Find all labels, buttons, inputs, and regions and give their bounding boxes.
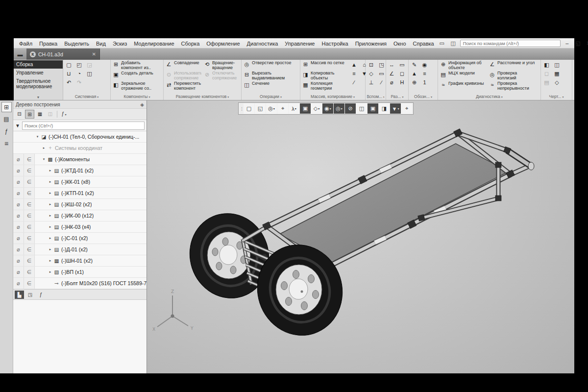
appearance-button[interactable]: ◨: [379, 103, 390, 114]
tree-composition-view[interactable]: ⊞: [25, 110, 34, 119]
array-extra-1-icon[interactable]: ▲: [350, 61, 358, 69]
zoom-button[interactable]: ◎▾: [266, 103, 277, 114]
mode-сборка[interactable]: Сборка: [14, 60, 63, 69]
include-toggle[interactable]: ∈: [24, 199, 35, 210]
visibility-toggle[interactable]: ⌀: [13, 199, 24, 210]
new-document-icon[interactable]: ▢: [65, 61, 73, 69]
expand-arrow[interactable]: ▸: [48, 214, 53, 218]
tree-row-6[interactable]: ⌀∈▸▤(-)КТП-01 (х2): [13, 188, 147, 199]
mirror-components[interactable]: ◧Зеркальное отражение со..: [112, 81, 160, 91]
visibility-toggle[interactable]: ⌀: [13, 221, 24, 232]
drawing-4-icon[interactable]: ◫: [553, 61, 561, 69]
mode-управление[interactable]: Управление: [14, 69, 63, 77]
isolate-button[interactable]: ▣: [368, 103, 378, 114]
menu-item-6[interactable]: Моделирование: [130, 40, 177, 48]
include-toggle[interactable]: ∈: [24, 210, 35, 221]
include-toggle[interactable]: ∈: [24, 244, 35, 255]
tree-row-12[interactable]: ⌀∈▸▦(-)ШН-01 (х2): [13, 255, 147, 267]
screen-mode-icon[interactable]: ◫: [449, 40, 458, 47]
tree-search-input[interactable]: [22, 122, 145, 130]
tree-row-2[interactable]: ▸＋Системы координат: [13, 143, 147, 154]
open-document-icon[interactable]: ◰: [75, 61, 83, 69]
filter-button[interactable]: ▼▾: [390, 103, 401, 114]
menu-item-11[interactable]: Настройка: [318, 40, 351, 48]
cut-extrude[interactable]: ⊟Вырезать выдавливанием: [243, 71, 297, 81]
layout-icon[interactable]: ▭: [438, 40, 446, 47]
dim-box-icon[interactable]: ◻: [398, 70, 406, 78]
continuity-check[interactable]: ≈Проверка непрерывности: [489, 81, 536, 91]
tree-row-10[interactable]: ⌀∈▸▤(-)С-01 (х2): [13, 233, 147, 244]
section[interactable]: ◫Сечение: [243, 81, 297, 91]
tree-relations[interactable]: ƒ ▾: [59, 110, 69, 119]
tree-sections-view[interactable]: ◫: [46, 110, 55, 119]
section-view-button[interactable]: ◫: [356, 103, 367, 114]
expand-arrow[interactable]: ▸: [48, 247, 53, 251]
include-toggle[interactable]: ∈: [24, 221, 35, 232]
expand-arrow[interactable]: ▸: [48, 236, 53, 240]
tree-bottom-sections[interactable]: ◳: [25, 291, 35, 299]
tree-row-3[interactable]: ⌀∈▾▩(-)Компоненты: [13, 154, 147, 165]
position-mark-icon[interactable]: ⊕: [410, 78, 418, 87]
move-component[interactable]: ⇄Переместить компонент: [165, 81, 201, 91]
design-tree-tab[interactable]: ⊞: [1, 102, 12, 112]
orientation-button[interactable]: ◇▾: [311, 103, 322, 114]
undo-icon[interactable]: ↶: [65, 78, 73, 87]
expand-arrow[interactable]: ▾: [41, 157, 47, 161]
distance-angle[interactable]: ∠Расстояние и угол: [489, 61, 536, 71]
mode-твердотельное-моделирование[interactable]: Твердотельное моделирование: [14, 77, 63, 91]
menu-item-3[interactable]: Выделить: [61, 40, 93, 48]
tree-row-5[interactable]: ⌀∈▸▤(-)КК-01 (х8): [13, 176, 147, 188]
expand-arrow[interactable]: ▸: [48, 191, 53, 195]
aux-cs-icon[interactable]: ◳: [377, 61, 386, 69]
parameters-tab[interactable]: ▤: [1, 114, 12, 124]
menu-item-9[interactable]: Диагностика: [244, 40, 282, 48]
workspace-icon[interactable]: ⊔: [65, 70, 73, 78]
expand-arrow[interactable]: ▸: [48, 270, 53, 274]
include-toggle[interactable]: ∈: [24, 233, 35, 244]
create-part[interactable]: ▣Создать деталь: [112, 71, 160, 81]
add-component[interactable]: ⊞Добавить компонент из..: [112, 61, 160, 71]
menu-item-7[interactable]: Сборка: [178, 40, 203, 48]
drawing-1-icon[interactable]: ◧: [542, 61, 551, 69]
documents-button[interactable]: ◱: [255, 103, 266, 114]
pan-button[interactable]: ⌖: [277, 103, 288, 114]
menu-item-4[interactable]: Вид: [93, 40, 109, 48]
dim-linear-icon[interactable]: ↔: [388, 61, 396, 69]
menu-item-14[interactable]: Справка: [410, 40, 438, 48]
roughness-icon[interactable]: ≡: [420, 70, 429, 78]
collision-check[interactable]: ◎Проверка коллизий: [489, 71, 536, 81]
variables-button[interactable]: λ▾: [289, 103, 299, 114]
include-toggle[interactable]: ∈: [24, 188, 35, 198]
include-toggle[interactable]: ∈: [24, 255, 35, 266]
dim-height-icon[interactable]: H: [398, 78, 406, 87]
main-menu-button[interactable]: ≡: [1, 139, 12, 149]
mate-coincidence[interactable]: ∠Совпадение: [165, 61, 201, 71]
aux-axis-icon[interactable]: ⊥: [367, 78, 375, 87]
include-toggle[interactable]: ∈: [24, 154, 35, 165]
expand-arrow[interactable]: ▸: [48, 259, 53, 263]
tree-bottom-structure[interactable]: ▙: [15, 291, 24, 299]
include-toggle[interactable]: ∈: [24, 278, 35, 289]
drawing-6-icon[interactable]: ◇: [553, 78, 561, 87]
tree-row-4[interactable]: ⌀∈▸▤(-)КТД-01 (х2): [13, 165, 147, 176]
mass-properties[interactable]: ▤МЦХ модели: [440, 71, 487, 81]
menu-item-5[interactable]: Эскиз: [109, 40, 130, 48]
tree-row-8[interactable]: ⌀∈▸▤(-)ИК-00 (х12): [13, 210, 147, 221]
tab-close-icon[interactable]: ✕: [92, 51, 96, 57]
grid-array[interactable]: ⊞Массив по сетке: [302, 61, 348, 71]
include-toggle[interactable]: ∈: [24, 176, 35, 187]
aux-plane-icon[interactable]: ◇: [367, 70, 375, 78]
expand-arrow[interactable]: ▸: [48, 169, 53, 172]
expand-arrow[interactable]: ▸: [48, 225, 53, 229]
datum-icon[interactable]: ▲: [410, 70, 418, 78]
visibility-toggle[interactable]: ⌀: [13, 244, 24, 255]
tree-bottom-variables[interactable]: ƒ: [36, 291, 46, 299]
array-extra-2-icon[interactable]: ≡: [350, 70, 358, 78]
tree-groups-view[interactable]: ▦: [35, 110, 45, 119]
mate-rotation[interactable]: ⟲Вращение-вращение: [203, 61, 240, 71]
visibility-toggle[interactable]: ⌀: [13, 154, 24, 165]
menu-item-2[interactable]: Правка: [36, 40, 61, 48]
tree-row-11[interactable]: ⌀∈▸▤(-)Д-01 (х2): [13, 244, 147, 255]
aux-line-icon[interactable]: ∕: [377, 78, 386, 87]
show-objects-button[interactable]: ◎▾: [334, 103, 344, 114]
